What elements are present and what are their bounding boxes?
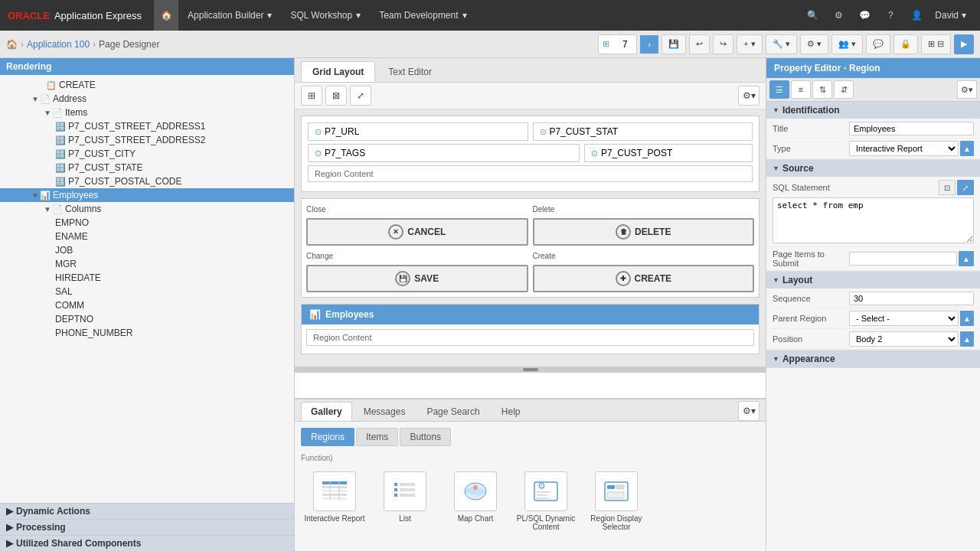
cancel-button[interactable]: ✕ CANCEL <box>306 218 528 246</box>
appearance-header[interactable]: ▼ Appearance <box>766 350 980 367</box>
tree-item-mgr[interactable]: MGR <box>0 257 294 271</box>
employees-toggle[interactable]: ▼ <box>31 191 40 200</box>
gallery-item-map-chart[interactable]: Map Chart <box>445 471 506 531</box>
delete-button[interactable]: 🗑 DELETE <box>533 218 755 246</box>
tree-item-sal[interactable]: SAL <box>0 285 294 298</box>
tree-item-items[interactable]: ▼ 📄 Items <box>0 106 294 119</box>
field-p7-post[interactable]: ⊙ P7_CUST_POST <box>584 144 753 162</box>
tab-page-search[interactable]: Page Search <box>416 402 489 421</box>
processing-header[interactable]: ▶ Processing <box>0 520 294 535</box>
prop-filter-btn-1[interactable]: ⇅ <box>812 80 832 99</box>
gallery-tab-buttons[interactable]: Buttons <box>400 428 451 446</box>
save-form-button[interactable]: 💾 SAVE <box>306 265 528 292</box>
next-page-button[interactable]: › <box>640 35 658 54</box>
create-button[interactable]: ✚ CREATE <box>533 265 755 292</box>
tree-item-street1[interactable]: 🔠 P7_CUST_STREET_ADDRESS1 <box>0 119 294 133</box>
layout-button[interactable]: ⊞ ⊟ <box>921 34 951 54</box>
tree-item-create[interactable]: 📋 CREATE <box>0 78 294 92</box>
layout-header[interactable]: ▼ Layout <box>766 272 980 289</box>
team-button[interactable]: 👥 ▾ <box>831 34 863 54</box>
tree-item-address[interactable]: ▼ 📄 Address <box>0 92 294 106</box>
run-button[interactable]: ▶ <box>954 34 974 54</box>
utilities-button[interactable]: 🔧 ▾ <box>766 34 797 54</box>
options-button[interactable]: ⚙ ▾ <box>800 34 828 54</box>
gallery-item-list[interactable]: List <box>374 471 436 531</box>
prop-filter-btn-2[interactable]: ⇵ <box>834 80 854 99</box>
page-number-input[interactable] <box>613 39 636 50</box>
sql-textarea[interactable] <box>773 197 974 243</box>
field-p7-cust-stat[interactable]: ⊙ P7_CUST_STAT <box>533 122 753 141</box>
parent-select-arrow[interactable]: ▲ <box>960 311 974 326</box>
position-select-arrow[interactable]: ▲ <box>960 331 974 347</box>
tree-item-deptno[interactable]: DEPTNO <box>0 312 294 326</box>
address-toggle[interactable]: ▼ <box>31 95 40 103</box>
move-tool-btn[interactable]: ⊠ <box>325 86 347 106</box>
notification-icon[interactable]: 💬 <box>852 3 877 28</box>
breadcrumb-app[interactable]: Application 100 <box>27 39 90 50</box>
tree-item-ename[interactable]: ENAME <box>0 230 294 243</box>
tree-item-hiredate[interactable]: HIREDATE <box>0 271 294 285</box>
prop-view-btn-1[interactable]: ☰ <box>769 80 789 99</box>
page-items-collapse-btn[interactable]: ▲ <box>959 251 974 266</box>
expand-tool-btn[interactable]: ⤢ <box>350 86 371 106</box>
home-button[interactable]: 🏠 <box>154 0 178 31</box>
gallery-item-interactive-report[interactable]: Interactive Report <box>304 471 365 531</box>
tree-item-empno[interactable]: EMPNO <box>0 216 294 230</box>
add-button[interactable]: + ▾ <box>737 34 762 54</box>
gallery-item-region-display[interactable]: Region Display Selector <box>586 471 647 531</box>
tree-item-employees[interactable]: ▼ 📊 Employees <box>0 188 294 202</box>
tree-item-phone[interactable]: PHONE_NUMBER <box>0 326 294 340</box>
tab-text-editor[interactable]: Text Editor <box>377 61 443 82</box>
tree-item-city[interactable]: 🔠 P7_CUST_CITY <box>0 147 294 161</box>
tree-item-comm[interactable]: COMM <box>0 298 294 312</box>
type-select[interactable]: Interactive Report <box>849 141 959 156</box>
grid-settings-btn[interactable]: ⚙▾ <box>738 86 760 106</box>
field-p7-tags[interactable]: ⊙ P7_TAGS <box>308 144 580 162</box>
user-menu[interactable]: David ▾ <box>929 10 972 21</box>
position-select[interactable]: Body 2 <box>849 331 959 347</box>
tree-item-street2[interactable]: 🔠 P7_CUST_STREET_ADDRESS2 <box>0 133 294 147</box>
tree-item-columns[interactable]: ▼ 📄 Columns <box>0 202 294 216</box>
type-select-arrow[interactable]: ▲ <box>960 141 974 156</box>
dynamic-actions-header[interactable]: ▶ Dynamic Actions <box>0 504 294 519</box>
source-header[interactable]: ▼ Source <box>766 160 980 177</box>
columns-toggle[interactable]: ▼ <box>43 205 52 214</box>
undo-button[interactable]: ↩ <box>689 34 710 54</box>
gallery-tab-regions[interactable]: Regions <box>301 428 354 446</box>
tab-gallery[interactable]: Gallery <box>301 402 352 421</box>
page-items-input[interactable] <box>849 252 957 266</box>
items-toggle[interactable]: ▼ <box>43 109 52 117</box>
employees-region-header[interactable]: 📊 Employees <box>302 305 759 324</box>
help-icon[interactable]: ? <box>878 3 903 28</box>
select-tool-btn[interactable]: ⊞ <box>301 86 322 106</box>
prop-options-btn[interactable]: ⚙▾ <box>957 80 977 99</box>
title-input[interactable] <box>849 122 974 135</box>
messages-button[interactable]: 💬 <box>866 34 890 54</box>
tree-item-postal[interactable]: 🔠 P7_CUST_POSTAL_CODE <box>0 174 294 188</box>
sql-workshop-nav[interactable]: SQL Workshop ▾ <box>281 0 370 31</box>
split-handle[interactable] <box>295 367 766 373</box>
gallery-item-plsql[interactable]: ⚙ PL/SQL Dynamic Content <box>515 471 577 531</box>
team-dev-nav[interactable]: Team Development ▾ <box>370 0 475 31</box>
field-p7-url[interactable]: ⊙ P7_URL <box>308 122 528 141</box>
tab-grid-layout[interactable]: Grid Layout <box>301 61 375 82</box>
shared-components-header[interactable]: ▶ Utilized Shared Components <box>0 536 294 551</box>
search-icon[interactable]: 🔍 <box>800 3 825 28</box>
parent-select[interactable]: - Select - <box>849 311 959 326</box>
sql-expand-btn[interactable]: ⤢ <box>957 180 974 195</box>
identification-header[interactable]: ▼ Identification <box>766 102 980 119</box>
tree-item-job[interactable]: JOB <box>0 243 294 257</box>
tab-messages[interactable]: Messages <box>354 402 416 421</box>
seq-input[interactable] <box>849 292 974 305</box>
save-button[interactable]: 💾 <box>662 34 686 54</box>
sql-btn-1[interactable]: ⊡ <box>939 180 956 195</box>
tab-help[interactable]: Help <box>492 402 531 421</box>
tree-item-state[interactable]: 🔠 P7_CUST_STATE <box>0 161 294 174</box>
profile-icon[interactable]: 👤 <box>904 3 929 28</box>
gallery-settings-btn[interactable]: ⚙▾ <box>738 401 760 421</box>
gallery-tab-items[interactable]: Items <box>356 428 398 446</box>
redo-button[interactable]: ↪ <box>713 34 733 54</box>
app-builder-nav[interactable]: Application Builder ▾ <box>178 0 281 31</box>
prop-view-btn-2[interactable]: ≡ <box>791 80 811 99</box>
settings-icon[interactable]: ⚙ <box>826 3 851 28</box>
